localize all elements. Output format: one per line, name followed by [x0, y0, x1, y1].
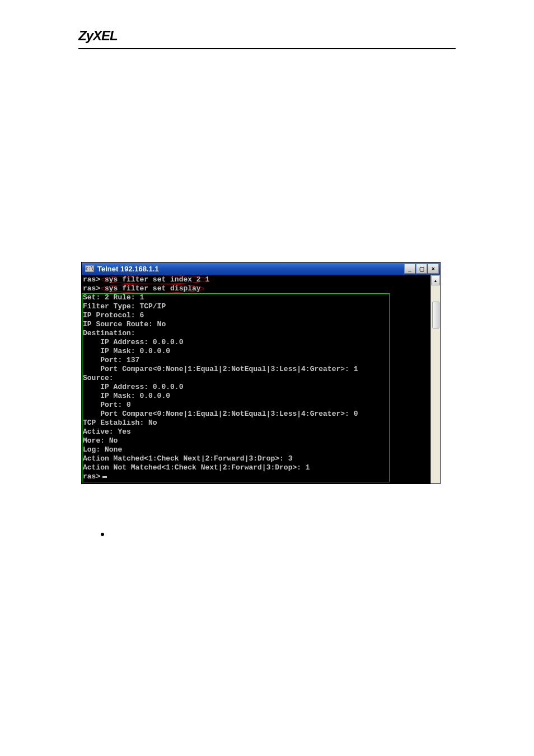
- output-line: IP Address: 0.0.0.0: [83, 383, 183, 391]
- logo: ZyXEL: [78, 28, 118, 43]
- close-button[interactable]: ×: [428, 264, 439, 274]
- cmd-text: sys filter set display: [100, 284, 200, 293]
- output-line: IP Address: 0.0.0.0: [83, 338, 183, 346]
- prompt: ras>: [83, 275, 100, 284]
- output-line: Destination:: [83, 329, 135, 337]
- output-line: Port: 137: [83, 356, 139, 364]
- output-line: More: No: [83, 436, 118, 445]
- output-line: Port: 0: [83, 401, 131, 409]
- output-line: Action Matched<1:Check Next|2:Forward|3:…: [83, 454, 292, 463]
- cmd-text: sys filter set index 2 1: [100, 275, 209, 284]
- output-line: IP Mask: 0.0.0.0: [83, 347, 170, 355]
- scrollbar[interactable]: ▴: [430, 275, 440, 483]
- window-buttons: _ ▢ ×: [404, 264, 439, 274]
- output-line: Log: None: [83, 445, 122, 454]
- output-line: IP Mask: 0.0.0.0: [83, 392, 170, 400]
- window-titlebar[interactable]: c:\ Telnet 192.168.1.1 _ ▢ ×: [82, 262, 440, 275]
- scroll-up-button[interactable]: ▴: [431, 275, 440, 285]
- scroll-thumb[interactable]: [432, 302, 439, 328]
- minimize-button[interactable]: _: [404, 264, 415, 274]
- page-header: ZyXEL: [78, 28, 456, 49]
- prompt: ras>: [83, 472, 100, 481]
- output-line: IP Source Route: No: [83, 320, 166, 328]
- output-line: Port Compare<0:None|1:Equal|2:NotEqual|3…: [83, 410, 358, 418]
- maximize-button[interactable]: ▢: [416, 264, 427, 274]
- bullet-icon: [101, 533, 104, 536]
- prompt: ras>: [83, 284, 100, 293]
- output-line: IP Protocol: 6: [83, 311, 144, 320]
- output-line: Filter Type: TCP/IP: [83, 302, 166, 311]
- terminal-output[interactable]: ras> sys filter set index 2 1 ras> sys f…: [82, 275, 430, 483]
- output-line: Set: 2 Rule: 1: [83, 293, 144, 302]
- output-line: Action Not Matched<1:Check Next|2:Forwar…: [83, 463, 310, 472]
- telnet-window: c:\ Telnet 192.168.1.1 _ ▢ × ras> sys fi…: [81, 262, 441, 484]
- window-title: Telnet 192.168.1.1: [97, 265, 159, 273]
- output-line: Source:: [83, 374, 114, 382]
- titlebar-left: c:\ Telnet 192.168.1.1: [85, 265, 159, 273]
- cursor: [102, 476, 107, 478]
- output-line: TCP Establish: No: [83, 419, 157, 427]
- output-line: Port Compare<0:None|1:Equal|2:NotEqual|3…: [83, 365, 358, 373]
- output-line: Active: Yes: [83, 428, 131, 436]
- bullet-point: [101, 529, 456, 539]
- cmd-icon: c:\: [85, 265, 94, 272]
